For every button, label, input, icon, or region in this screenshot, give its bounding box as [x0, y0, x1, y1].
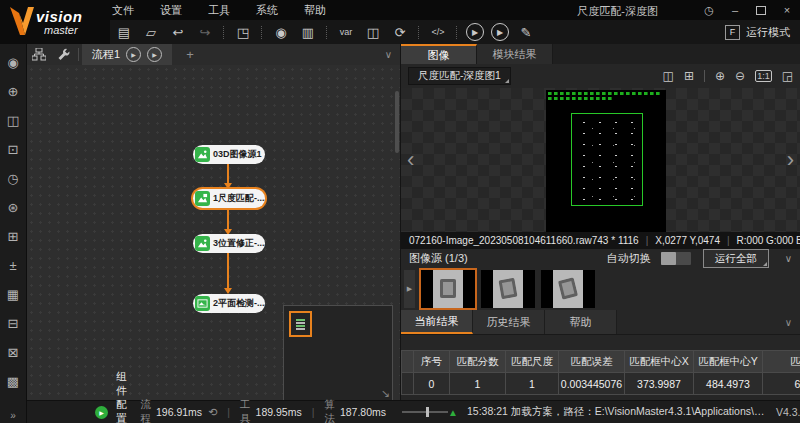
deep-learning-icon[interactable]: ◷ [0, 164, 26, 193]
node-label: 1尺度匹配-... [213, 192, 265, 205]
fit-view-icon[interactable]: ◲ [782, 69, 793, 83]
main-toolbar: ▤ ▱ ↩ ↪ ◳ ◉ ▥ var ◫ ⟳ </> ▶ ▶ ✎ F 运行模式 [0, 20, 800, 44]
dual-view-icon[interactable]: ◫ [663, 69, 674, 83]
tab-current-result[interactable]: 当前结果 [401, 310, 473, 334]
save-icon[interactable]: ▤ [114, 23, 134, 41]
col-match-score: 匹配分数 [450, 350, 506, 373]
run-all-button[interactable]: 运行全部 [703, 249, 769, 268]
logo-v-icon [8, 5, 36, 39]
col-match-width: 匹配框宽度 [763, 350, 800, 373]
menu-settings[interactable]: 设置 [160, 3, 182, 18]
flow-settings-wrench-icon[interactable] [51, 44, 75, 65]
tab-module-result[interactable]: 模块结果 [477, 44, 553, 64]
open-folder-icon[interactable]: ▱ [141, 23, 161, 41]
one-to-one-icon[interactable]: 1:1 [755, 70, 772, 82]
restore-button[interactable] [748, 0, 774, 20]
flow-time-label: 流程 [141, 398, 152, 423]
menu-help[interactable]: 帮助 [304, 3, 326, 18]
run-mode-button[interactable]: F 运行模式 [725, 25, 790, 40]
measurement-icon[interactable]: ◫ [0, 106, 26, 135]
restore-icon [756, 6, 766, 15]
cell-index: 0 [414, 373, 450, 395]
flow-time-value: 196.91ms [156, 406, 202, 418]
table-row[interactable]: 0 1 1 0.003445076 373.9987 484.4973 657.… [401, 373, 800, 395]
status-bar: ▶ 组件配置完成 流程 196.91ms ⟲ | 工具 189.95ms | 算… [27, 400, 800, 423]
color-processing-icon[interactable]: ⊠ [0, 338, 26, 367]
performance-gauge-icon[interactable]: ◷ [696, 0, 722, 20]
flow-minimap[interactable]: ↘ [283, 305, 393, 401]
sync-icon[interactable]: ⟳ [390, 23, 410, 41]
next-image-icon[interactable]: › [787, 150, 794, 170]
flow-node-scale-match[interactable]: 1尺度匹配-... [193, 189, 265, 208]
capture-window-icon[interactable]: ◳ [233, 23, 253, 41]
tab-history-result[interactable]: 历史结果 [473, 310, 545, 334]
tab-image[interactable]: 图像 [401, 44, 477, 64]
flow-run-loop-icon[interactable]: ▶ [147, 47, 162, 62]
thumbnail-1[interactable] [421, 270, 475, 308]
toolbar-separator [223, 26, 225, 39]
minimap-resize-icon[interactable]: ↘ [381, 387, 390, 400]
menu-system[interactable]: 系统 [256, 3, 278, 18]
variable-icon[interactable]: var [336, 23, 356, 41]
alignment-icon[interactable]: ⊞ [0, 222, 26, 251]
thumbnail-3[interactable] [541, 270, 595, 308]
menu-file[interactable]: 文件 [112, 3, 134, 18]
thumbnail-strip: ▶ [401, 268, 800, 310]
zoom-out-icon[interactable]: ⊖ [735, 69, 745, 83]
communication-icon[interactable]: ▩ [0, 367, 26, 396]
flow-node-image-source[interactable]: 03D图像源1 [193, 145, 265, 164]
node-scale-match-icon [195, 191, 210, 206]
run-once-icon[interactable]: ▶ [466, 23, 484, 41]
image-source-select[interactable]: 尺度匹配-深度图1 [408, 67, 511, 85]
speed-slider[interactable] [402, 411, 448, 413]
flow-run-once-icon[interactable]: ▶ [126, 47, 141, 62]
add-flow-button[interactable]: + [186, 47, 194, 62]
minimize-button[interactable]: – [722, 0, 748, 20]
rail-expand-icon[interactable]: » [0, 410, 26, 421]
close-button[interactable]: × [774, 0, 800, 20]
zoom-in-icon[interactable]: ⊕ [715, 69, 725, 83]
flow-hierarchy-icon[interactable] [27, 44, 51, 65]
flow-node-plane-detect[interactable]: 2平面检测-... [193, 294, 265, 313]
status-running-icon: ▶ [95, 406, 108, 419]
auto-switch-toggle[interactable] [661, 252, 691, 265]
slider-handle[interactable] [426, 407, 429, 417]
acquisition-icon[interactable]: ◉ [0, 48, 26, 77]
app-logo: vision master [0, 0, 110, 44]
result-tabs-chevron-icon[interactable]: ∨ [785, 317, 792, 328]
cursor-coords: X,0277 Y,0474 [655, 235, 720, 246]
edit-scheme-icon[interactable]: ✎ [516, 23, 536, 41]
time-history-icon[interactable]: ⟲ [208, 406, 217, 419]
viewer-toolbar: 尺度匹配-深度图1 ◫ ⊞ ⊕ ⊖ 1:1 ◲ [401, 64, 800, 88]
calibration-icon[interactable]: ⊛ [0, 193, 26, 222]
run-continuous-icon[interactable]: ▶ [491, 23, 509, 41]
menu-tools[interactable]: 工具 [208, 3, 230, 18]
recognition-icon[interactable]: ⊡ [0, 135, 26, 164]
flow-list-chevron-icon[interactable]: ∨ [385, 49, 392, 60]
thumbnail-expand-icon[interactable]: ▶ [404, 270, 415, 308]
redo-icon[interactable]: ↪ [195, 23, 215, 41]
undo-icon[interactable]: ↩ [168, 23, 188, 41]
match-box-overlay [571, 113, 643, 206]
tab-help[interactable]: 帮助 [545, 310, 617, 334]
thumbnail-2[interactable] [481, 270, 535, 308]
prev-image-icon[interactable]: ‹ [407, 150, 414, 170]
cell-match-center-y: 484.4973 [694, 373, 763, 395]
collapse-chevron-icon[interactable]: ∨ [785, 253, 792, 264]
script-code-icon[interactable]: </> [428, 23, 448, 41]
image-processing-icon[interactable]: ▦ [0, 280, 26, 309]
quad-view-icon[interactable]: ⊞ [684, 69, 694, 83]
logic-tools-icon[interactable]: ± [0, 251, 26, 280]
camera-icon[interactable]: ◉ [271, 23, 291, 41]
location-icon[interactable]: ⊕ [0, 77, 26, 106]
logo-text-master: master [44, 24, 78, 36]
flow-node-position-fix[interactable]: 3位置修正-... [193, 234, 265, 253]
result-panel: 图像 模块结果 尺度匹配-深度图1 ◫ ⊞ ⊕ ⊖ 1:1 ◲ ‹ › [400, 44, 800, 400]
column-config-icon[interactable]: ▥ [298, 23, 318, 41]
flow-vertical-scrollbar[interactable] [395, 91, 399, 153]
flow-tab[interactable]: 流程1 ▶ ▶ [82, 44, 172, 65]
image-viewer: ‹ › [401, 88, 800, 232]
defect-detection-icon[interactable]: ⊟ [0, 309, 26, 338]
cell-match-score: 1 [450, 373, 506, 395]
page-flip-icon[interactable]: ◫ [363, 23, 383, 41]
